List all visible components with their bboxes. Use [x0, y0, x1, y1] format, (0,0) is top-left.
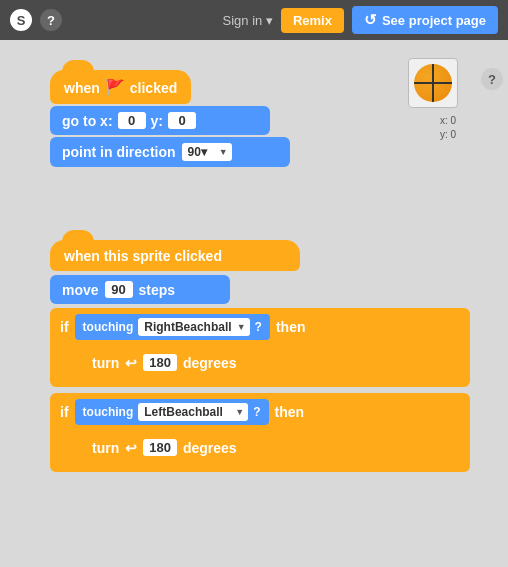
- if2-label: if: [60, 404, 69, 420]
- move-label: move: [62, 282, 99, 298]
- if-bottom-1: [50, 379, 470, 387]
- if-top-2: if touching LeftBeachball ? then: [50, 393, 470, 431]
- turn-block-2: turn ↩ 180 degrees: [80, 433, 300, 462]
- if-top-1: if touching RightBeachball ? then: [50, 308, 470, 346]
- if-block-2: if touching LeftBeachball ? then turn ↩ …: [50, 393, 470, 472]
- question1: ?: [255, 320, 262, 334]
- move-steps-input[interactable]: 90: [105, 281, 133, 298]
- group1-blocks: when 🚩 clicked go to x: 0 y: 0 point in …: [50, 60, 290, 167]
- main-area: x: 0 y: 0 ? when 🚩 clicked go to x: 0 y:…: [0, 40, 508, 567]
- turn2-label: turn: [92, 440, 119, 456]
- help-icon[interactable]: ?: [40, 9, 62, 31]
- basketball-sprite: [414, 64, 452, 102]
- when-sprite-label: when this sprite clicked: [64, 248, 222, 264]
- if-body-2: turn ↩ 180 degrees: [50, 431, 470, 464]
- move-block: move 90 steps: [50, 275, 230, 304]
- touching1-dropdown[interactable]: RightBeachball: [138, 318, 249, 336]
- direction-label: point in direction: [62, 144, 176, 160]
- if-body-1: turn ↩ 180 degrees: [50, 346, 470, 379]
- question2: ?: [253, 405, 260, 419]
- scratch-logo: S: [10, 9, 32, 31]
- see-project-button[interactable]: ↺ See project page: [352, 6, 498, 34]
- point-direction-block: point in direction 90▾: [50, 137, 290, 167]
- touching-block-2: touching LeftBeachball ?: [75, 399, 269, 425]
- top-bar-right: Sign in ▾ Remix ↺ See project page: [223, 6, 498, 34]
- sign-in-link[interactable]: Sign in ▾: [223, 13, 273, 28]
- direction-dropdown[interactable]: 90▾: [182, 143, 232, 161]
- clicked-label: clicked: [130, 80, 177, 96]
- when-sprite-clicked-block: when this sprite clicked: [50, 240, 300, 271]
- then2-label: then: [275, 404, 305, 420]
- if1-label: if: [60, 319, 69, 335]
- top-bar: S ? Sign in ▾ Remix ↺ See project page: [0, 0, 508, 40]
- turn1-arrow-icon: ↩: [125, 355, 137, 371]
- touching-block-1: touching RightBeachball ?: [75, 314, 270, 340]
- goto-y-input[interactable]: 0: [168, 112, 196, 129]
- if-bottom-2: [50, 464, 470, 472]
- degrees1-label: degrees: [183, 355, 237, 371]
- turn2-arrow-icon: ↩: [125, 440, 137, 456]
- then1-label: then: [276, 319, 306, 335]
- top-bar-left: S ?: [10, 9, 62, 31]
- if-block-1: if touching RightBeachball ? then turn ↩…: [50, 308, 470, 387]
- goto-x-input[interactable]: 0: [118, 112, 146, 129]
- flag-icon: 🚩: [105, 78, 125, 97]
- y-coord: y: 0: [440, 128, 456, 142]
- x-coord: x: 0: [440, 114, 456, 128]
- turn1-label: turn: [92, 355, 119, 371]
- degrees2-label: degrees: [183, 440, 237, 456]
- sprite-coords: x: 0 y: 0: [440, 114, 456, 142]
- turn1-val[interactable]: 180: [143, 354, 177, 371]
- when-flag-clicked-block: when 🚩 clicked: [50, 70, 191, 104]
- sprite-preview: [408, 58, 458, 108]
- remix-button[interactable]: Remix: [281, 8, 344, 33]
- turn-block-1: turn ↩ 180 degrees: [80, 348, 300, 377]
- touching2-dropdown[interactable]: LeftBeachball: [138, 403, 248, 421]
- goto-block: go to x: 0 y: 0: [50, 106, 270, 135]
- steps-label: steps: [139, 282, 176, 298]
- when-label: when: [64, 80, 100, 96]
- turn2-val[interactable]: 180: [143, 439, 177, 456]
- goto-label: go to x:: [62, 113, 113, 129]
- touching1-label: touching: [83, 320, 134, 334]
- help-button[interactable]: ?: [481, 68, 503, 90]
- arrow-icon: ↺: [364, 11, 377, 29]
- group2-blocks: when this sprite clicked move 90 steps i…: [50, 230, 470, 472]
- goto-y-label: y:: [151, 113, 163, 129]
- see-project-label: See project page: [382, 13, 486, 28]
- touching2-label: touching: [83, 405, 134, 419]
